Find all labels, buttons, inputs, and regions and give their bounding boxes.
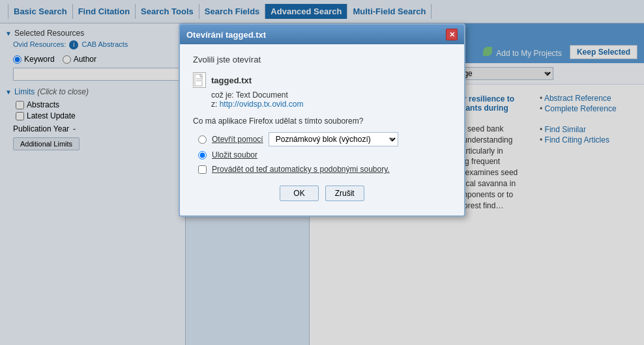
app-select[interactable]: Poznámkový blok (výchozí) <box>269 132 398 146</box>
ok-button[interactable]: OK <box>280 186 318 201</box>
open-with-radio[interactable] <box>198 135 207 144</box>
save-file-radio[interactable] <box>198 151 207 159</box>
file-details: což je: Text Document z: http://ovidsp.t… <box>211 90 451 109</box>
auto-checkbox[interactable] <box>198 165 207 174</box>
dialog-title: Otevírání tagged.txt <box>186 30 266 40</box>
cancel-button[interactable]: Zrušit <box>325 186 364 201</box>
open-with-label: Otevřít pomocí <box>212 135 263 144</box>
save-file-label: Uložit soubor <box>212 150 257 159</box>
file-row: tagged.txt <box>193 72 451 88</box>
file-icon <box>193 72 206 88</box>
dialog-close-button[interactable]: ✕ <box>446 29 458 40</box>
auto-label: Provádět od teď automaticky s podobnými … <box>212 165 390 174</box>
save-file-radio-label[interactable]: Uložit soubor <box>198 150 257 159</box>
dialog-body: Zvolili jste otevírat tagged.txt což je:… <box>180 44 464 215</box>
open-with-option: Otevřít pomocí Poznámkový blok (výchozí) <box>198 132 451 146</box>
dialog-overlay: Otevírání tagged.txt ✕ Zvolili jste otev… <box>0 0 644 345</box>
from-label: z: <box>211 100 217 109</box>
open-with-radio-label[interactable]: Otevřít pomocí <box>198 135 263 144</box>
dialog-titlebar: Otevírání tagged.txt ✕ <box>180 25 464 44</box>
dialog-buttons: OK Zrušit <box>193 179 451 205</box>
action-question: Co má aplikace Firefox udělat s tímto so… <box>193 117 451 126</box>
file-type-label: Text Document <box>236 90 288 100</box>
file-name-label: tagged.txt <box>211 76 252 85</box>
from-url-link[interactable]: http://ovidsp.tx.ovid.com <box>220 100 304 109</box>
which-is-label: což je: <box>211 90 234 100</box>
file-open-dialog: Otevírání tagged.txt ✕ Zvolili jste otev… <box>179 23 465 217</box>
auto-option: Provádět od teď automaticky s podobnými … <box>198 165 451 174</box>
dialog-subtitle: Zvolili jste otevírat <box>193 55 451 64</box>
document-icon-svg <box>194 74 205 87</box>
app-select-wrapper: Poznámkový blok (výchozí) <box>269 132 398 146</box>
save-file-option: Uložit soubor <box>198 150 451 159</box>
